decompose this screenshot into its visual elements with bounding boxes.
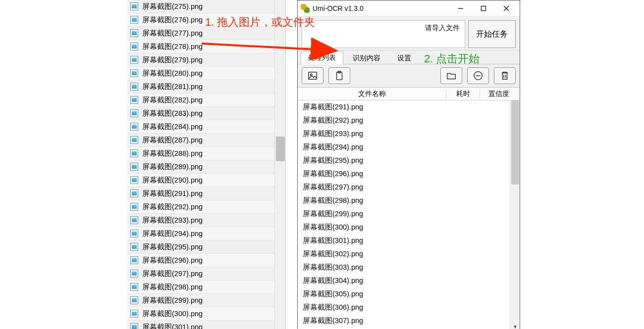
explorer-file-row[interactable]: 屏幕截图(298).png (127, 281, 285, 294)
list-item[interactable]: 屏幕截图(300).png (298, 221, 520, 234)
png-file-icon (130, 56, 138, 64)
png-file-icon (130, 123, 138, 131)
explorer-file-name: 屏幕截图(279).png (142, 55, 203, 65)
png-file-icon (130, 109, 138, 117)
explorer-file-name: 屏幕截图(287).png (142, 136, 203, 145)
list-item[interactable]: 屏幕截图(294).png (298, 141, 520, 154)
list-header: 文件名称 耗时 置信度 (298, 88, 520, 100)
explorer-file-name: 屏幕截图(295).png (142, 242, 203, 252)
explorer-file-row[interactable]: 屏幕截图(297).png (127, 267, 285, 281)
minimize-button[interactable] (449, 1, 472, 16)
explorer-file-name: 屏幕截图(281).png (142, 82, 203, 92)
explorer-file-row[interactable]: 屏幕截图(292).png (127, 200, 285, 214)
explorer-file-name: 屏幕截图(289).png (142, 162, 203, 172)
list-item[interactable]: 屏幕截图(291).png (298, 100, 520, 114)
open-folder-button[interactable] (440, 67, 462, 84)
explorer-file-name: 屏幕截图(276).png (142, 15, 203, 25)
add-image-button[interactable] (302, 67, 323, 84)
list-item[interactable]: 屏幕截图(297).png (298, 181, 520, 194)
explorer-file-row[interactable]: 屏幕截图(282).png (127, 94, 285, 107)
list-item[interactable]: 屏幕截图(293).png (298, 127, 520, 141)
explorer-file-name: 屏幕截图(284).png (142, 122, 203, 132)
explorer-file-row[interactable]: 屏幕截图(284).png (127, 120, 285, 134)
explorer-file-row[interactable]: 屏幕截图(279).png (127, 53, 285, 67)
scroll-down-icon[interactable]: ▼ (510, 322, 520, 329)
column-filename[interactable]: 文件名称 (298, 90, 446, 98)
list-item[interactable]: 屏幕截图(292).png (298, 114, 520, 127)
minus-circle-icon (473, 70, 483, 81)
maximize-button[interactable] (472, 1, 495, 16)
png-file-icon (130, 149, 138, 157)
png-file-icon (130, 16, 138, 24)
list-item[interactable]: 屏幕截图(299).png (298, 207, 520, 221)
explorer-file-row[interactable]: 屏幕截图(295).png (127, 240, 285, 254)
explorer-file-row[interactable]: 屏幕截图(283).png (127, 107, 285, 120)
explorer-scroll-thumb[interactable] (276, 137, 285, 161)
explorer-scrollbar[interactable] (274, 0, 285, 329)
file-list: 屏幕截图(291).png屏幕截图(292).png屏幕截图(293).png屏… (298, 100, 520, 329)
png-file-icon (130, 230, 138, 237)
explorer-file-name: 屏幕截图(277).png (142, 29, 203, 38)
list-item[interactable]: 屏幕截图(304).png (298, 274, 520, 287)
list-item[interactable]: 屏幕截图(296).png (298, 167, 520, 181)
explorer-file-row[interactable]: 屏幕截图(293).png (127, 214, 285, 227)
tab-settings[interactable]: 设置 (390, 52, 419, 64)
explorer-file-row[interactable]: 屏幕截图(280).png (127, 67, 285, 80)
explorer-file-row[interactable]: 屏幕截图(291).png (127, 187, 285, 200)
svg-rect-4 (309, 72, 317, 80)
explorer-file-row[interactable]: 屏幕截图(275).png (127, 0, 285, 13)
explorer-file-row[interactable]: 屏幕截图(278).png (127, 40, 285, 53)
explorer-file-name: 屏幕截图(298).png (142, 282, 203, 292)
toolbar (298, 64, 520, 88)
explorer-file-row[interactable]: 屏幕截图(301).png (127, 321, 285, 329)
explorer-file-name: 屏幕截图(296).png (142, 256, 203, 265)
explorer-file-name: 屏幕截图(292).png (142, 202, 203, 212)
tab-process-list[interactable]: 处理列表 (301, 51, 343, 64)
delete-button[interactable] (494, 67, 516, 84)
drop-zone[interactable]: 请导入文件 (302, 20, 465, 48)
remove-item-button[interactable] (467, 67, 489, 84)
column-time[interactable]: 耗时 (446, 90, 480, 98)
explorer-file-row[interactable]: 屏幕截图(300).png (127, 307, 285, 321)
list-item[interactable]: 屏幕截图(307).png (298, 314, 520, 328)
paste-clipboard-button[interactable] (328, 67, 350, 84)
start-task-button[interactable]: 开始任务 (468, 20, 516, 48)
list-item[interactable]: 屏幕截图(302).png (298, 247, 520, 261)
list-item[interactable]: 屏幕截图(295).png (298, 154, 520, 167)
folder-icon (446, 70, 457, 81)
png-file-icon (130, 310, 138, 318)
close-button[interactable] (495, 1, 518, 16)
explorer-file-row[interactable]: 屏幕截图(276).png (127, 13, 285, 27)
image-icon (307, 70, 318, 81)
tab-recognize-content[interactable]: 识别内容 (345, 52, 388, 64)
window-title: Umi-OCR v1.3.0 (313, 4, 449, 12)
list-item[interactable]: 屏幕截图(306).png (298, 301, 520, 314)
list-scroll-thumb[interactable] (511, 100, 519, 185)
explorer-file-row[interactable]: 屏幕截图(289).png (127, 160, 285, 174)
explorer-file-row[interactable]: 屏幕截图(281).png (127, 80, 285, 94)
png-file-icon (130, 69, 138, 77)
png-file-icon (130, 163, 138, 171)
explorer-file-row[interactable]: 屏幕截图(299).png (127, 294, 285, 307)
explorer-file-name: 屏幕截图(291).png (142, 189, 203, 198)
list-item[interactable]: 屏幕截图(301).png (298, 234, 520, 247)
explorer-file-row[interactable]: 屏幕截图(296).png (127, 254, 285, 267)
titlebar[interactable]: Umi-OCR v1.3.0 (298, 0, 520, 16)
app-icon (301, 4, 310, 13)
explorer-file-row[interactable]: 屏幕截图(277).png (127, 27, 285, 40)
list-scrollbar[interactable]: ▲ ▼ (510, 100, 520, 329)
png-file-icon (130, 96, 138, 104)
column-confidence[interactable]: 置信度 (480, 90, 520, 98)
list-item[interactable]: 屏幕截图(303).png (298, 261, 520, 274)
explorer-file-row[interactable]: 屏幕截图(288).png (127, 147, 285, 160)
list-item[interactable]: 屏幕截图(298).png (298, 194, 520, 207)
png-file-icon (130, 256, 138, 264)
explorer-file-name: 屏幕截图(299).png (142, 296, 203, 305)
explorer-file-name: 屏幕截图(300).png (142, 309, 203, 319)
explorer-file-name: 屏幕截图(297).png (142, 269, 203, 279)
explorer-file-row[interactable]: 屏幕截图(290).png (127, 174, 285, 187)
explorer-file-row[interactable]: 屏幕截图(294).png (127, 227, 285, 240)
png-file-icon (130, 296, 138, 304)
explorer-file-row[interactable]: 屏幕截图(287).png (127, 134, 285, 147)
list-item[interactable]: 屏幕截图(305).png (298, 287, 520, 301)
